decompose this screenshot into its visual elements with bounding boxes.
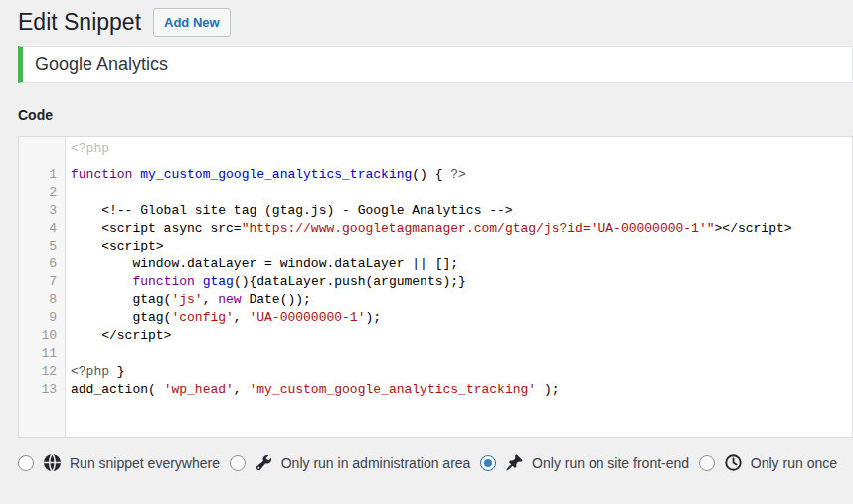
line-number	[19, 140, 66, 158]
code-line: 2	[19, 184, 852, 202]
code-line-text	[66, 184, 71, 202]
code-line: 4 <script async src="https://www.googlet…	[19, 220, 852, 238]
code-line: 11	[19, 345, 852, 363]
line-number: 6	[19, 255, 66, 273]
line-number: 13	[19, 381, 66, 399]
radio-run-once[interactable]	[699, 455, 715, 471]
line-number: 2	[19, 184, 66, 202]
code-line-text: <!-- Global site tag (gtag.js) - Google …	[66, 202, 513, 220]
scope-option-label: Only run in administration area	[281, 455, 471, 471]
scope-option-site-frontend[interactable]: Only run on site front-end	[480, 453, 689, 472]
code-lines: <?php1function my_custom_google_analytic…	[19, 137, 852, 399]
page-title: Edit Snippet	[18, 8, 141, 38]
edit-snippet-page: { "header": { "title": "Edit Snippet", "…	[0, 0, 853, 504]
scope-options: Run snippet everywhereOnly run in admini…	[18, 453, 853, 472]
code-line-text: function gtag(){dataLayer.push(arguments…	[66, 273, 466, 291]
code-line-text: function my_custom_google_analytics_trac…	[66, 166, 466, 184]
radio-admin-area[interactable]	[230, 455, 246, 471]
line-number: 1	[19, 166, 66, 184]
scope-option-run-everywhere[interactable]: Run snippet everywhere	[18, 453, 220, 472]
code-line-text	[66, 345, 71, 363]
code-line-text: window.dataLayer = window.dataLayer || […	[66, 255, 458, 273]
line-number: 4	[19, 220, 66, 238]
code-line: 6 window.dataLayer = window.dataLayer ||…	[19, 255, 852, 273]
line-number: 12	[19, 363, 66, 381]
scope-option-label: Only run once	[751, 455, 837, 471]
code-line: 9 gtag('config', 'UA-00000000-1');	[19, 309, 852, 327]
code-line: 7 function gtag(){dataLayer.push(argumen…	[19, 273, 852, 291]
code-section-label: Code	[18, 107, 853, 123]
snippet-name-input[interactable]	[23, 54, 852, 75]
code-line: 1function my_custom_google_analytics_tra…	[19, 166, 852, 184]
code-line-text: <?php }	[66, 363, 125, 381]
radio-selected-dot	[484, 459, 492, 467]
code-line-text: </script>	[66, 327, 171, 345]
line-number: 5	[19, 238, 66, 255]
scope-option-label: Run snippet everywhere	[70, 455, 220, 471]
code-line-text: <?php	[66, 140, 109, 158]
snippet-name-box	[18, 46, 853, 83]
line-number: 9	[19, 309, 66, 327]
line-number: 7	[19, 273, 66, 291]
page-header: Edit Snippet Add New	[18, 0, 853, 32]
code-editor[interactable]: <?php1function my_custom_google_analytic…	[18, 136, 853, 438]
line-number: 10	[19, 327, 66, 345]
radio-site-frontend-selected[interactable]	[480, 455, 496, 471]
scope-option-admin-area[interactable]: Only run in administration area	[230, 453, 471, 472]
page-content: Edit Snippet Add New Code <?php1function…	[0, 0, 853, 472]
code-line-text: <script async src="https://www.googletag…	[66, 220, 792, 238]
code-line-text: gtag('js', new Date());	[66, 291, 311, 309]
code-line-prologue: <?php	[19, 140, 852, 158]
wrench-icon	[255, 453, 273, 472]
line-number: 8	[19, 291, 66, 309]
code-line: 13add_action( 'wp_head', 'my_custom_goog…	[19, 381, 852, 399]
line-number: 3	[19, 202, 66, 220]
globe-icon	[43, 453, 62, 472]
code-line: 8 gtag('js', new Date());	[19, 291, 852, 309]
code-line: 5 <script>	[19, 238, 852, 255]
clock-icon	[724, 453, 743, 472]
pushpin-icon	[505, 453, 524, 472]
radio-run-everywhere[interactable]	[18, 455, 34, 471]
code-line-text: gtag('config', 'UA-00000000-1');	[66, 309, 381, 327]
code-line: 12<?php }	[19, 363, 852, 381]
add-new-button[interactable]: Add New	[153, 8, 231, 37]
code-line: 3 <!-- Global site tag (gtag.js) - Googl…	[19, 202, 852, 220]
code-line: 10 </script>	[19, 327, 852, 345]
line-number: 11	[19, 345, 66, 363]
code-line-text: add_action( 'wp_head', 'my_custom_google…	[66, 381, 560, 399]
scope-option-run-once[interactable]: Only run once	[699, 453, 837, 472]
code-line-text: <script>	[66, 238, 164, 255]
scope-option-label: Only run on site front-end	[532, 455, 689, 471]
